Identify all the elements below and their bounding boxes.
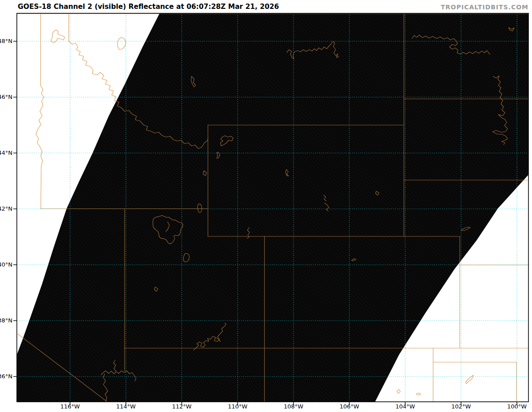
lon-tick-label: 104°W	[391, 403, 419, 410]
lon-tick-label: 114°W	[112, 403, 140, 410]
satellite-map-page: GOES-18 Channel 2 (visible) Reflectance …	[0, 0, 532, 412]
lat-tick-label: 42°N	[0, 205, 12, 212]
satellite-swath-texture	[17, 13, 528, 402]
lat-tick-label: 40°N	[0, 261, 12, 268]
lon-tick-label: 110°W	[223, 403, 252, 410]
lon-tick-label: 102°W	[447, 403, 475, 410]
lat-tick-label: 46°N	[0, 94, 12, 101]
lon-tick-label: 100°W	[503, 403, 531, 410]
lat-tick-label: 44°N	[0, 149, 12, 157]
lon-tick-label: 116°W	[56, 403, 84, 410]
map-canvas	[0, 0, 532, 412]
lat-tick-label: 48°N	[0, 38, 12, 45]
lon-tick-label: 106°W	[335, 403, 364, 410]
lat-tick-label: 36°N	[0, 373, 12, 380]
lat-tick-label: 38°N	[0, 317, 12, 324]
lon-tick-label: 108°W	[279, 403, 308, 410]
lon-tick-label: 112°W	[168, 403, 196, 410]
